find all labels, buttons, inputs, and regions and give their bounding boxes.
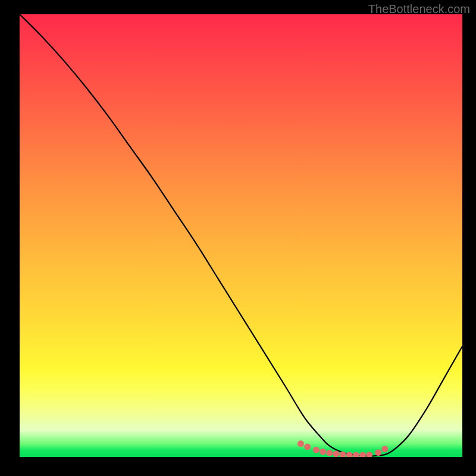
- plot-area: [20, 14, 462, 457]
- marker-dot: [346, 452, 353, 457]
- marker-dot: [353, 452, 359, 457]
- marker-dot: [298, 440, 304, 447]
- marker-dot: [359, 452, 366, 457]
- marker-dot: [381, 446, 388, 452]
- marker-dot: [320, 449, 326, 455]
- flat-region-markers: [298, 440, 388, 457]
- watermark-text: TheBottleneck.com: [368, 2, 470, 16]
- marker-dot: [375, 449, 381, 456]
- bottleneck-curve: [20, 14, 462, 456]
- marker-dot: [313, 447, 320, 453]
- marker-dot: [304, 443, 311, 450]
- marker-dot: [366, 452, 372, 457]
- marker-dot: [326, 450, 333, 456]
- chart-svg: [20, 14, 462, 457]
- marker-dot: [333, 450, 340, 457]
